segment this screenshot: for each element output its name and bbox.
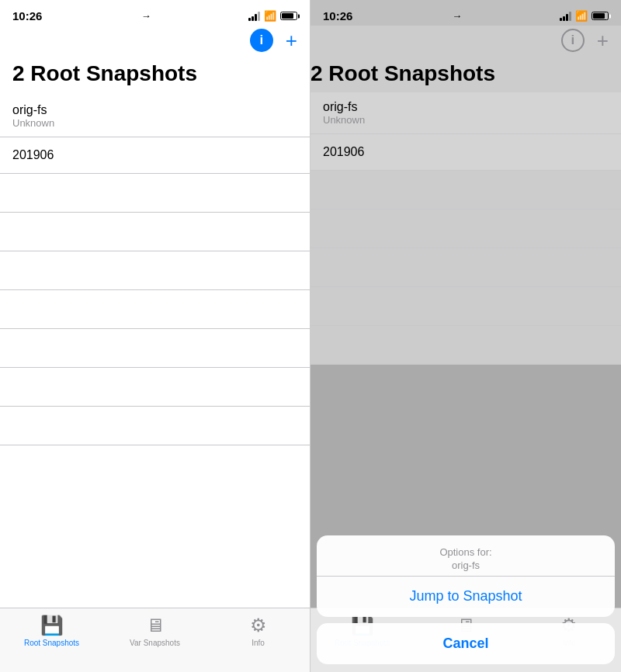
battery-icon-left bbox=[280, 12, 297, 20]
list-item-empty-5 bbox=[0, 329, 310, 368]
page-title-left: 2 Root Snapshots bbox=[0, 58, 310, 95]
add-button-left[interactable]: + bbox=[286, 30, 297, 50]
action-sheet-header: Options for: orig-fs bbox=[317, 535, 615, 576]
left-panel: 10:26 → 📶 i + 2 Root Snapshots orig-fs U… bbox=[0, 0, 310, 672]
status-bar-left: 10:26 → 📶 bbox=[0, 0, 310, 26]
list-item-empty-3 bbox=[0, 251, 310, 290]
list-item-201906[interactable]: 201906 bbox=[0, 137, 310, 174]
right-panel: 10:26 → 📶 i + 2 Root Snapshots orig-fs U… bbox=[310, 0, 621, 672]
list-item-empty-7 bbox=[0, 407, 310, 445]
item-title-orig-fs: orig-fs bbox=[12, 103, 297, 117]
info-tab-icon: ⚙ bbox=[250, 615, 267, 636]
tab-root-snapshots[interactable]: 💾 Root Snapshots bbox=[0, 615, 103, 647]
time-left: 10:26 bbox=[12, 9, 42, 23]
status-icons-left: 📶 bbox=[248, 10, 297, 22]
list-item-empty-2 bbox=[0, 213, 310, 251]
wifi-icon-left: 📶 bbox=[264, 10, 276, 22]
list-item-empty-1 bbox=[0, 174, 310, 213]
action-sheet-overlay: Options for: orig-fs Jump to Snapshot Ca… bbox=[310, 0, 621, 672]
tab-root-snapshots-label: Root Snapshots bbox=[24, 639, 79, 647]
item-subtitle-orig-fs: Unknown bbox=[12, 117, 297, 129]
jump-to-snapshot-button[interactable]: Jump to Snapshot bbox=[317, 576, 615, 617]
tab-info-label: Info bbox=[252, 639, 265, 647]
list-item-empty-4 bbox=[0, 290, 310, 329]
location-icon-left: → bbox=[141, 10, 151, 22]
var-snapshots-icon: 🖥 bbox=[146, 615, 165, 636]
list-item-empty-6 bbox=[0, 368, 310, 407]
cancel-button[interactable]: Cancel bbox=[317, 623, 615, 664]
action-sheet: Options for: orig-fs Jump to Snapshot bbox=[317, 535, 615, 618]
action-sheet-title: Options for: bbox=[329, 546, 602, 558]
tab-info[interactable]: ⚙ Info bbox=[206, 615, 310, 647]
tab-var-snapshots-label: Var Snapshots bbox=[130, 639, 180, 647]
tab-var-snapshots[interactable]: 🖥 Var Snapshots bbox=[103, 615, 206, 647]
nav-bar-left: i + bbox=[0, 26, 310, 58]
list-item-orig-fs[interactable]: orig-fs Unknown bbox=[0, 95, 310, 137]
list-left: orig-fs Unknown 201906 bbox=[0, 95, 310, 608]
info-button-left[interactable]: i bbox=[250, 29, 273, 52]
action-sheet-subtitle: orig-fs bbox=[329, 559, 602, 571]
signal-bars-left bbox=[248, 12, 260, 21]
root-snapshots-icon: 💾 bbox=[40, 615, 64, 636]
tab-bar-left: 💾 Root Snapshots 🖥 Var Snapshots ⚙ Info bbox=[0, 608, 310, 672]
